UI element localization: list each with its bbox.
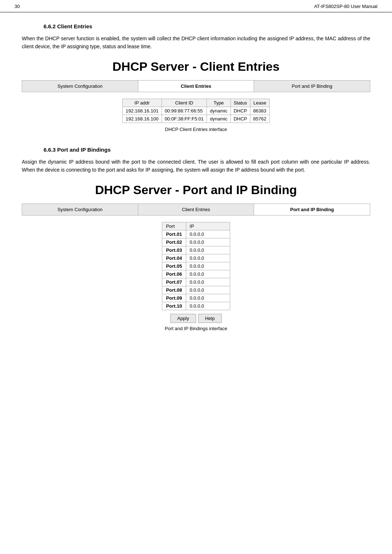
page-container: 30 AT-IFS802SP-80 User Manual 6.6.2 Clie… [0, 0, 392, 554]
ip-input-cell[interactable] [186, 278, 230, 286]
port-label: Port.05 [162, 262, 186, 270]
section-662: 6.6.2 Client Entries When the DHCP serve… [22, 23, 370, 132]
ip-input-cell[interactable] [186, 262, 230, 270]
tab-client-entries-1[interactable]: Client Entries [138, 81, 254, 92]
port-ip-wrapper: Port IP Port.01Port.02Port.03Port.04Port… [22, 222, 370, 310]
ip-input[interactable] [190, 255, 226, 261]
table-row: Port.09 [162, 294, 230, 302]
section-663-heading: 6.6.3 Port and IP Bindings [44, 147, 370, 153]
port-label: Port.03 [162, 246, 186, 254]
col-header-status: Status [230, 99, 250, 107]
port-label: Port.07 [162, 278, 186, 286]
section-663-body: Assign the dynamic IP address bound with… [22, 158, 370, 174]
page-content: 6.6.2 Client Entries When the DHCP serve… [0, 12, 392, 360]
client-entries-wrapper: IP addr Client ID Type Status Lease 192.… [22, 99, 370, 123]
table-row: Port.08 [162, 286, 230, 294]
ip-input[interactable] [190, 271, 226, 277]
port-ip-caption: Port and IP Bindings interface [22, 326, 370, 331]
table-row: Port.04 [162, 254, 230, 262]
port-label: Port.01 [162, 230, 186, 238]
port-label: Port.06 [162, 270, 186, 278]
apply-button[interactable]: Apply [170, 314, 196, 323]
button-row: Apply Help [22, 314, 370, 323]
port-ip-title: DHCP Server - Port and IP Binding [22, 183, 370, 197]
table-row: 192.168.16.10100:99:88:77:66:55dynamicDH… [123, 107, 269, 115]
col-header-client-id: Client ID [162, 99, 207, 107]
ip-input-cell[interactable] [186, 270, 230, 278]
col-header-type: Type [207, 99, 230, 107]
section-662-body: When the DHCP server function is enabled… [22, 34, 370, 51]
tab-system-config-2[interactable]: System Configuration [22, 204, 138, 215]
client-entries-caption: DHCP Client Entries interface [22, 127, 370, 132]
table-row: Port.02 [162, 238, 230, 246]
tab-system-config-1[interactable]: System Configuration [22, 81, 138, 92]
port-label: Port.08 [162, 286, 186, 294]
ip-input-cell[interactable] [186, 254, 230, 262]
port-col-header: Port [162, 222, 186, 230]
client-entries-title: DHCP Server - Client Entries [22, 59, 370, 74]
table-row: Port.01 [162, 230, 230, 238]
section-663: 6.6.3 Port and IP Bindings Assign the dy… [22, 147, 370, 331]
ip-input[interactable] [190, 279, 226, 285]
col-header-lease: Lease [250, 99, 269, 107]
table-row: Port.10 [162, 302, 230, 310]
port-label: Port.02 [162, 238, 186, 246]
table-row: Port.03 [162, 246, 230, 254]
client-entries-tab-nav: System Configuration Client Entries Port… [22, 80, 370, 92]
client-entries-table: IP addr Client ID Type Status Lease 192.… [122, 99, 269, 123]
port-ip-tab-nav: System Configuration Client Entries Port… [22, 204, 370, 216]
port-label: Port.10 [162, 302, 186, 310]
col-header-ip: IP addr [123, 99, 162, 107]
ip-input[interactable] [190, 287, 226, 293]
ip-col-header: IP [186, 222, 230, 230]
port-label: Port.04 [162, 254, 186, 262]
ip-input[interactable] [190, 303, 226, 309]
ip-input[interactable] [190, 247, 226, 253]
ip-input-cell[interactable] [186, 230, 230, 238]
ip-input[interactable] [190, 239, 226, 245]
help-button[interactable]: Help [198, 314, 222, 323]
table-row: Port.06 [162, 270, 230, 278]
table-row: 192.168.16.10000:0F:38:FF:F5:01dynamicDH… [123, 115, 269, 123]
table-row: Port.07 [162, 278, 230, 286]
ip-input[interactable] [190, 295, 226, 301]
ip-input-cell[interactable] [186, 238, 230, 246]
section-662-heading: 6.6.2 Client Entries [44, 23, 370, 29]
page-number: 30 [15, 4, 20, 9]
manual-title: AT-IFS802SP-80 User Manual [314, 4, 377, 9]
tab-client-entries-2[interactable]: Client Entries [138, 204, 254, 215]
ip-input-cell[interactable] [186, 294, 230, 302]
ip-input-cell[interactable] [186, 286, 230, 294]
tab-port-ip-1[interactable]: Port and IP Binding [254, 81, 370, 92]
tab-port-ip-2[interactable]: Port and IP Binding [254, 204, 370, 215]
port-label: Port.09 [162, 294, 186, 302]
port-ip-table: Port IP Port.01Port.02Port.03Port.04Port… [162, 222, 230, 310]
ip-input[interactable] [190, 263, 226, 269]
ip-input-cell[interactable] [186, 302, 230, 310]
page-header: 30 AT-IFS802SP-80 User Manual [0, 0, 392, 12]
ip-input[interactable] [190, 231, 226, 237]
ip-input-cell[interactable] [186, 246, 230, 254]
table-row: Port.05 [162, 262, 230, 270]
